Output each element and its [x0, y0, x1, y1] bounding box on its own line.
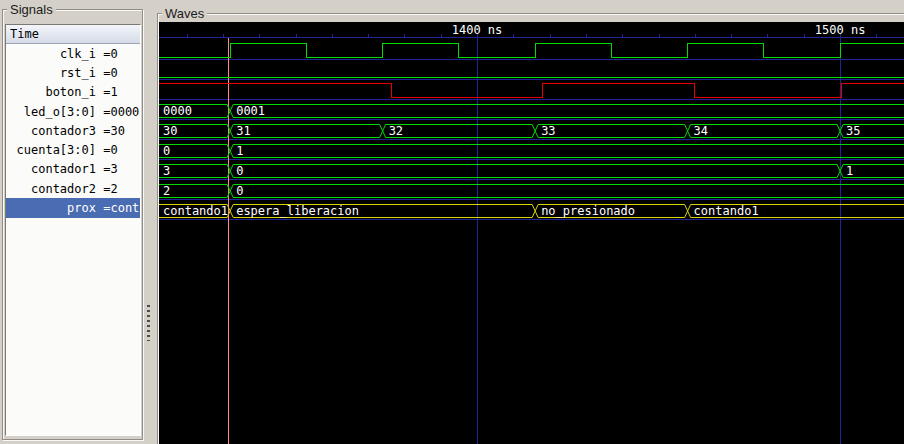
wave-cuenta[3:0][interactable]: 01	[159, 144, 904, 158]
signal-row-clk_i[interactable]: clk_i =0	[6, 44, 140, 63]
signals-panel: Signals Time clk_i =0rst_i =0boton_i =1l…	[2, 9, 143, 440]
timeline[interactable]: 1400 ns1500 ns	[159, 23, 904, 38]
signal-name: prox	[6, 201, 96, 215]
signal-name: contador1	[6, 162, 96, 176]
bus-edge	[230, 185, 904, 192]
signals-frame-label: Signals	[7, 2, 56, 17]
signal-value: =1	[96, 85, 118, 99]
signal-value: =2	[96, 182, 118, 196]
bus-value-label: 0	[236, 184, 243, 198]
bus-edge	[535, 131, 687, 138]
bus-value-label: 0	[163, 144, 170, 158]
wave-led_o[3:0][interactable]: 00000001	[159, 104, 904, 118]
bus-value-label: contando1	[694, 204, 759, 218]
waves-panel: Waves 1400 ns1500 ns00000001303132333435…	[157, 13, 904, 444]
bus-value-label: 2	[163, 184, 170, 198]
bus-value-label: contando1	[163, 204, 228, 218]
bus-edge	[688, 131, 840, 138]
signal-value: =0000	[96, 105, 139, 119]
signal-name: led_o[3:0]	[6, 105, 96, 119]
bus-value-label: 32	[389, 124, 403, 138]
signal-row-contador2[interactable]: contador2 =2	[6, 179, 140, 198]
signal-name: contador2	[6, 182, 96, 196]
time-header-button[interactable]: Time	[6, 25, 140, 44]
bus-edge	[230, 191, 904, 198]
bus-edge	[383, 131, 535, 138]
bus-value-label: 0	[236, 164, 243, 178]
bus-edge	[230, 131, 382, 138]
bus-value-label: 3	[163, 164, 170, 178]
signal-value: =cont	[96, 201, 139, 215]
bus-value-label: 34	[694, 124, 708, 138]
signal-name: cuenta[3:0]	[6, 143, 96, 157]
bus-edge	[688, 125, 840, 132]
signals-list: Time clk_i =0rst_i =0boton_i =1led_o[3:0…	[5, 24, 141, 436]
signal-value: =3	[96, 162, 118, 176]
wave-contador2[interactable]: 20	[159, 184, 904, 198]
waves-frame-label: Waves	[162, 6, 207, 21]
bus-value-label: 0001	[236, 104, 265, 118]
wave-boton_i[interactable]	[159, 84, 904, 98]
timeline-label: 1500 ns	[815, 23, 866, 37]
wave-contador1[interactable]: 301	[159, 164, 904, 178]
signal-name: clk_i	[6, 47, 96, 61]
bus-value-label: espera_liberacion	[236, 204, 359, 218]
bit-trace	[159, 44, 904, 58]
signal-row-cuenta[3:0][interactable]: cuenta[3:0] =0	[6, 140, 140, 159]
bus-edge	[230, 171, 840, 178]
signal-value: =0	[96, 143, 118, 157]
signal-row-contador1[interactable]: contador1 =3	[6, 160, 140, 179]
wave-clk_i[interactable]	[159, 44, 904, 58]
signal-row-boton_i[interactable]: boton_i =1	[6, 83, 140, 102]
wave-contador3[interactable]: 303132333435	[159, 124, 904, 138]
bit-trace	[159, 84, 904, 98]
bus-value-label: 1	[846, 164, 853, 178]
bus-edge	[230, 145, 904, 152]
signal-row-prox[interactable]: prox =cont	[6, 198, 140, 217]
gtkwave-window: { "signals_panel": { "frame_label": "Sig…	[0, 0, 904, 444]
pane-splitter[interactable]	[142, 0, 157, 444]
wave-prox[interactable]: contando1espera_liberacionno_presionadoc…	[159, 204, 904, 218]
bus-value-label: 1	[236, 144, 243, 158]
signal-row-led_o[3:0][interactable]: led_o[3:0] =0000	[6, 102, 140, 121]
signal-value: =30	[96, 124, 125, 138]
bus-edge	[230, 111, 904, 118]
signal-name: rst_i	[6, 66, 96, 80]
bus-value-label: 0000	[163, 104, 192, 118]
bus-value-label: no_presionado	[541, 204, 635, 218]
bus-edge	[230, 151, 904, 158]
signal-row-rst_i[interactable]: rst_i =0	[6, 63, 140, 82]
signal-name: contador3	[6, 124, 96, 138]
signal-value: =0	[96, 47, 118, 61]
signal-value: =0	[96, 66, 118, 80]
bus-edge	[230, 105, 904, 112]
bus-value-label: 35	[846, 124, 860, 138]
splitter-handle-dots[interactable]	[147, 305, 150, 341]
wave-canvas[interactable]: 1400 ns1500 ns00000001303132333435013012…	[159, 22, 904, 444]
wave-canvas-container: 1400 ns1500 ns00000001303132333435013012…	[159, 22, 904, 444]
timeline-label: 1400 ns	[452, 23, 503, 37]
bus-edge	[230, 125, 382, 132]
signal-row-contador3[interactable]: contador3 =30	[6, 121, 140, 140]
bus-edge	[535, 125, 687, 132]
signal-name: boton_i	[6, 85, 96, 99]
bus-value-label: 33	[541, 124, 555, 138]
signal-rows: clk_i =0rst_i =0boton_i =1led_o[3:0] =00…	[6, 44, 140, 218]
bus-value-label: 30	[163, 124, 177, 138]
bus-edge	[383, 125, 535, 132]
bus-edge	[230, 165, 840, 172]
bus-value-label: 31	[236, 124, 250, 138]
